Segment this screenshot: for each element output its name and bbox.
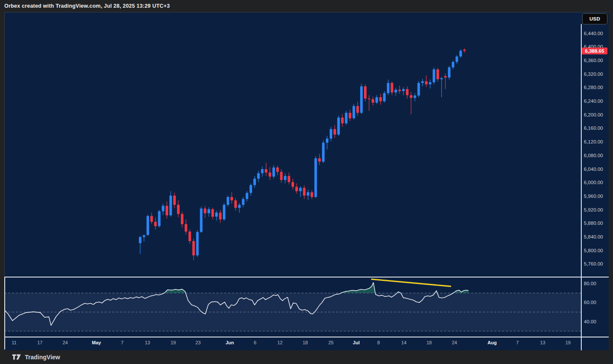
- time-tick: 23: [195, 340, 201, 345]
- tradingview-icon: [12, 354, 21, 361]
- currency-toggle-button[interactable]: USD: [582, 13, 607, 24]
- time-tick: 12: [277, 340, 282, 345]
- time-tick: 24: [452, 340, 457, 345]
- top-attribution-bar: Orbex created with TradingView.com, Jul …: [0, 0, 613, 12]
- price-tick: 5,840.00: [584, 234, 603, 239]
- time-tick: 7: [121, 340, 123, 345]
- time-tick: 25: [328, 340, 334, 345]
- time-tick-month: Jul: [353, 340, 360, 345]
- last-price-label: 6,388.65: [582, 48, 607, 54]
- time-tick: 13: [540, 340, 545, 345]
- rsi-tick: 60.00: [584, 300, 596, 305]
- time-tick: 8: [377, 340, 380, 345]
- price-tick: 5,960.00: [584, 194, 603, 199]
- tradingview-logo[interactable]: TradingView: [0, 354, 60, 361]
- time-tick-month: Aug: [487, 340, 496, 345]
- time-tick: 6: [254, 340, 256, 345]
- price-tick: 5,920.00: [584, 207, 603, 212]
- time-tick: 18: [427, 340, 432, 345]
- price-tick: 6,120.00: [584, 139, 603, 144]
- price-tick: 5,800.00: [584, 248, 603, 253]
- time-tick: 17: [37, 340, 42, 345]
- time-tick: 19: [171, 340, 176, 345]
- price-tick: 6,080.00: [584, 153, 603, 158]
- price-tick: 6,320.00: [584, 72, 603, 77]
- time-tick-month: Jun: [225, 340, 234, 345]
- price-tick: 5,760.00: [584, 261, 603, 266]
- price-tick: 6,040.00: [584, 167, 603, 172]
- price-tick: 6,000.00: [584, 180, 603, 185]
- time-tick: 19: [565, 340, 571, 345]
- price-tick: 5,880.00: [584, 221, 603, 226]
- bottom-brand-bar: TradingView: [0, 350, 613, 364]
- time-tick: 24: [63, 340, 68, 345]
- time-tick: 7: [516, 340, 519, 345]
- price-tick: 6,440.00: [584, 31, 603, 36]
- chart-area[interactable]: [4, 12, 609, 350]
- price-tick: 6,240.00: [584, 98, 603, 104]
- time-tick: 14: [401, 340, 406, 345]
- time-axis[interactable]: 111724May7131923Jun6121825Jul8141824Aug7…: [4, 337, 581, 350]
- price-tick: 6,280.00: [584, 85, 603, 90]
- time-tick-month: May: [92, 340, 101, 345]
- time-tick: 11: [12, 340, 16, 345]
- price-axis[interactable]: 6,440.006,400.006,360.006,320.006,280.00…: [582, 12, 609, 337]
- time-tick: 18: [303, 340, 308, 345]
- app-frame: Orbex created with TradingView.com, Jul …: [0, 0, 613, 364]
- tradingview-wordmark: TradingView: [25, 354, 60, 361]
- time-tick: 13: [145, 340, 150, 345]
- rsi-tick: 80.00: [584, 281, 596, 286]
- rsi-tick: 40.00: [584, 319, 596, 324]
- price-tick: 6,160.00: [584, 125, 603, 131]
- price-tick: 6,200.00: [584, 112, 603, 117]
- price-tick: 6,360.00: [584, 58, 603, 63]
- attribution-text: Orbex created with TradingView.com, Jul …: [0, 3, 170, 9]
